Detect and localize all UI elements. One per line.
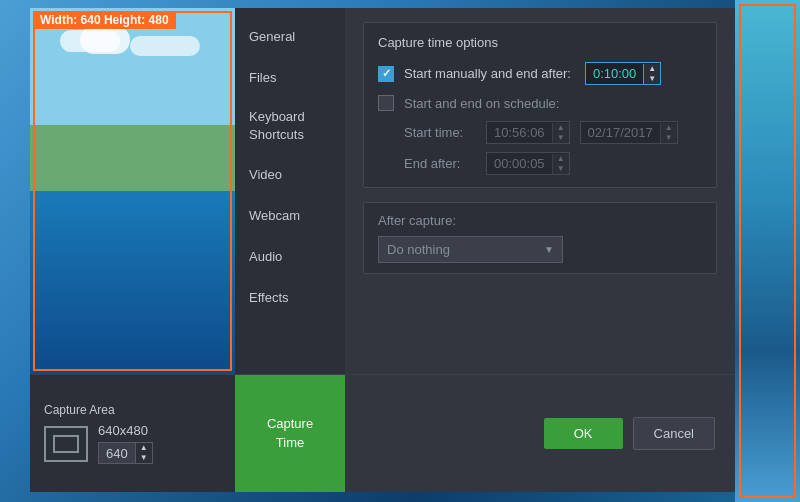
capture-time-box: Capture time options ✓ Start manually an…: [363, 22, 717, 188]
ok-button[interactable]: OK: [544, 418, 623, 449]
end-after-row: End after: 00:00:05 ▲ ▼: [404, 152, 702, 175]
end-after-spinners: ▲ ▼: [552, 154, 569, 174]
width-up-btn[interactable]: ▲: [136, 443, 152, 453]
right-wave: [735, 0, 800, 502]
end-after-down[interactable]: ▼: [553, 164, 569, 174]
dialog-body: Width: 640 Height: 480 General Files Key…: [30, 8, 735, 374]
time-value-end-after: 0:10:00: [586, 63, 643, 84]
right-orange-border: [739, 4, 796, 498]
capture-area-section: Capture Area 640x480 640 ▲ ▼: [30, 403, 235, 464]
width-value: 640: [99, 444, 135, 463]
content-panel: Capture time options ✓ Start manually an…: [345, 8, 735, 374]
end-after-up[interactable]: ▲: [553, 154, 569, 164]
capture-time-button[interactable]: CaptureTime: [235, 375, 345, 492]
start-time-value: 10:56:06: [487, 122, 552, 143]
capture-info: 640x480 640 ▲ ▼: [98, 423, 153, 464]
capture-icon-inner: [53, 435, 79, 453]
start-time-field: 10:56:06 ▲ ▼: [486, 121, 570, 144]
cancel-button[interactable]: Cancel: [633, 417, 715, 450]
checkbox-schedule[interactable]: [378, 95, 394, 111]
checkbox-start-manually[interactable]: ✓: [378, 66, 394, 82]
time-up-btn[interactable]: ▲: [644, 64, 660, 74]
sidebar-item-webcam[interactable]: Webcam: [235, 195, 345, 236]
content-bottom: OK Cancel: [345, 375, 735, 492]
start-date-down[interactable]: ▼: [661, 133, 677, 143]
end-after-value: 00:00:05: [487, 153, 552, 174]
sidebar-item-files[interactable]: Files: [235, 57, 345, 98]
start-time-label: Start time:: [404, 125, 476, 140]
sidebar-item-keyboard-shortcuts[interactable]: KeyboardShortcuts: [235, 98, 345, 154]
width-spinners: ▲ ▼: [135, 443, 152, 463]
orange-border-preview: [33, 11, 232, 371]
capture-area-heading: Capture Area: [44, 403, 115, 417]
start-date-value: 02/17/2017: [581, 122, 660, 143]
sidebar-item-effects[interactable]: Effects: [235, 277, 345, 318]
option2-row: Start and end on schedule:: [378, 95, 702, 111]
width-stepper[interactable]: 640 ▲ ▼: [98, 442, 153, 464]
checkmark: ✓: [382, 67, 391, 80]
sidebar-bottom: CaptureTime: [235, 375, 345, 492]
sidebar-item-audio[interactable]: Audio: [235, 236, 345, 277]
dialog: Width: 640 Height: 480 General Files Key…: [30, 8, 735, 492]
after-capture-select[interactable]: Do nothing ▼: [378, 236, 563, 263]
option1-label: Start manually and end after:: [404, 66, 571, 81]
size-label: Width: 640 Height: 480: [33, 11, 176, 29]
start-date-spinners: ▲ ▼: [660, 123, 677, 143]
sidebar-item-video[interactable]: Video: [235, 154, 345, 195]
capture-area-row: 640x480 640 ▲ ▼: [44, 423, 153, 464]
after-capture-box: After capture: Do nothing ▼: [363, 202, 717, 274]
sidebar: General Files KeyboardShortcuts Video We…: [235, 8, 345, 374]
select-arrow-icon: ▼: [544, 244, 554, 255]
start-date-up[interactable]: ▲: [661, 123, 677, 133]
start-time-row: Start time: 10:56:06 ▲ ▼ 02/17/2017 ▲: [404, 121, 702, 144]
start-time-spinners: ▲ ▼: [552, 123, 569, 143]
option1-row: ✓ Start manually and end after: 0:10:00 …: [378, 62, 702, 85]
after-capture-label: After capture:: [378, 213, 702, 228]
option2-label: Start and end on schedule:: [404, 96, 559, 111]
start-time-down[interactable]: ▼: [553, 133, 569, 143]
section-title: Capture time options: [378, 35, 702, 50]
time-down-btn[interactable]: ▼: [644, 74, 660, 84]
start-time-up[interactable]: ▲: [553, 123, 569, 133]
bottom-bar: Capture Area 640x480 640 ▲ ▼: [30, 374, 735, 492]
sidebar-item-general[interactable]: General: [235, 16, 345, 57]
width-down-btn[interactable]: ▼: [136, 453, 152, 463]
capture-size-display: 640x480: [98, 423, 153, 438]
end-after-field: 00:00:05 ▲ ▼: [486, 152, 570, 175]
after-capture-value: Do nothing: [387, 242, 450, 257]
start-date-field: 02/17/2017 ▲ ▼: [580, 121, 678, 144]
capture-icon: [44, 426, 88, 462]
sub-options: Start time: 10:56:06 ▲ ▼ 02/17/2017 ▲: [404, 121, 702, 175]
time-spinners: ▲ ▼: [643, 64, 660, 84]
end-after-label: End after:: [404, 156, 476, 171]
time-input-end-after[interactable]: 0:10:00 ▲ ▼: [585, 62, 661, 85]
camera-preview: Width: 640 Height: 480: [30, 8, 235, 374]
